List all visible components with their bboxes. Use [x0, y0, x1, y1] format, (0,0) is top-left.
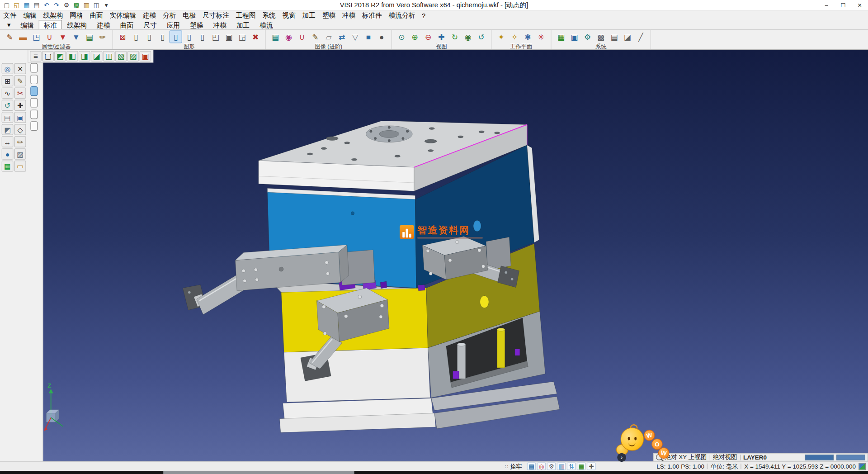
palette-status-icon[interactable]: ▦	[577, 462, 586, 470]
view-filter-4[interactable]	[30, 98, 38, 108]
workplane-view-icon[interactable]: ✳	[535, 30, 547, 43]
menu-edit[interactable]: 编辑	[20, 11, 40, 20]
bottom-view-icon[interactable]: ▨	[127, 51, 139, 61]
shaded-view-icon[interactable]: ▣	[140, 51, 151, 61]
funnel-icon[interactable]: ▽	[349, 30, 361, 43]
attr-table-icon[interactable]: ▤	[83, 30, 96, 43]
view-filter-2[interactable]	[30, 75, 38, 84]
view-filter-6[interactable]	[30, 121, 38, 131]
palette-icon[interactable]: ◉	[282, 30, 295, 43]
eye-icon[interactable]: ◉	[462, 30, 474, 43]
tab-modeling[interactable]: 建模	[92, 20, 115, 29]
menu-mesh[interactable]: 网格	[66, 11, 86, 20]
group-box-icon[interactable]: ◲	[236, 30, 249, 43]
maximize-button[interactable]: ☐	[835, 0, 852, 10]
pan-icon[interactable]: ✚	[435, 30, 448, 43]
workplane-3point-icon[interactable]: ✱	[521, 30, 534, 43]
solid-icon[interactable]: ▣	[14, 112, 26, 123]
tab-edit[interactable]: 编辑	[15, 20, 38, 29]
layer-manager-icon[interactable]: ▤	[608, 30, 620, 43]
color-chip-secondary[interactable]	[836, 455, 865, 460]
tab-moldflow[interactable]: 模流	[255, 20, 278, 29]
measure-icon[interactable]: ✚	[14, 100, 26, 110]
open-file-icon[interactable]: ◱	[12, 1, 21, 9]
layer-indicator[interactable]: LAYER0	[743, 454, 767, 460]
tab-surface[interactable]: 曲面	[115, 20, 138, 29]
menu-system[interactable]: 系统	[259, 11, 279, 20]
settings-icon[interactable]: ⚙	[62, 1, 71, 9]
monitor-icon[interactable]: ▣	[568, 30, 580, 43]
save-status-icon[interactable]: ▤	[527, 462, 536, 470]
tab-apply[interactable]: 应用	[162, 20, 185, 29]
menu-file[interactable]: 文件	[0, 11, 20, 20]
pencil-icon[interactable]: ✎	[309, 30, 321, 43]
rotate-view-icon[interactable]: ↻	[448, 30, 461, 43]
viewport-3d[interactable]: 智造资料网 Z	[43, 50, 868, 461]
curve-icon[interactable]: ∿	[2, 87, 14, 98]
mold-3d-model[interactable]	[43, 50, 868, 461]
note-icon[interactable]: ▥	[557, 462, 566, 470]
right-view-icon[interactable]: ◨	[79, 51, 90, 61]
minimize-button[interactable]: –	[818, 0, 835, 10]
qa-dropdown-icon[interactable]: ▾	[102, 1, 111, 9]
menu-wireframe[interactable]: 线架构	[40, 11, 66, 20]
mask-icon[interactable]: ◪	[621, 30, 634, 43]
layers-icon[interactable]: ▤	[2, 112, 14, 123]
system-gear-icon[interactable]: ⚙	[581, 30, 594, 43]
color-chip-primary[interactable]	[805, 455, 834, 460]
menu-window[interactable]: 视窗	[279, 11, 299, 20]
attr-magnet-icon[interactable]: ∪	[43, 30, 56, 43]
attr-stamp-icon[interactable]: ◳	[30, 30, 42, 43]
print-icon[interactable]: ▤	[32, 1, 41, 9]
sphere-icon[interactable]: ●	[375, 30, 388, 43]
close-button[interactable]: ✕	[851, 0, 868, 10]
menu-analysis[interactable]: 分析	[160, 11, 179, 20]
menu-standard-parts[interactable]: 标准件	[359, 11, 385, 20]
sort-icon[interactable]: ⇅	[567, 462, 576, 470]
point-icon[interactable]: ●	[2, 148, 14, 159]
menu-electrode[interactable]: 电极	[179, 11, 199, 20]
refresh-view-icon[interactable]: ↺	[475, 30, 488, 43]
layer-cylinder-4-icon[interactable]: ▯	[183, 30, 195, 43]
layer-cylinder-active-icon[interactable]: ▯	[170, 30, 182, 43]
render-icon[interactable]: ▦	[269, 30, 282, 43]
hatch-icon[interactable]: ▨	[14, 148, 26, 159]
attr-pencil-icon[interactable]: ✏	[96, 30, 109, 43]
layer-cylinder-5-icon[interactable]: ▯	[196, 30, 208, 43]
tab-mold[interactable]: 塑膜	[185, 20, 208, 29]
view-list-icon[interactable]: ≡	[30, 51, 42, 61]
axis-icon[interactable]: ✚	[587, 462, 596, 470]
menu-dimension[interactable]: 尺寸标注	[199, 11, 232, 20]
tray-icon[interactable]: ▭	[14, 161, 26, 171]
select-icon[interactable]: ◎	[2, 63, 14, 74]
tab-dropdown[interactable]: ▾	[2, 20, 15, 29]
back-view-icon[interactable]: ◪	[91, 51, 103, 61]
target-icon[interactable]: ◎	[537, 462, 546, 470]
view-label-indicator[interactable]: 绝对视图	[713, 453, 737, 461]
annotate-icon[interactable]: ✏	[14, 136, 26, 147]
workplane-icon[interactable]: ✦	[495, 30, 508, 43]
snap-grid-icon[interactable]: ▩	[594, 30, 607, 43]
delete-graphics-icon[interactable]: ✖	[249, 30, 262, 43]
menu-die[interactable]: 冲模	[339, 11, 359, 20]
new-file-icon[interactable]: ▢	[2, 1, 11, 9]
tab-machining[interactable]: 加工	[231, 20, 255, 29]
menu-help[interactable]: ?	[419, 12, 429, 19]
filter-down-blue-icon[interactable]: ▼	[70, 30, 82, 43]
grid-icon[interactable]: ▩	[72, 1, 81, 9]
view-filter-1[interactable]	[30, 63, 38, 73]
erase-graphics-icon[interactable]: ⊠	[116, 30, 129, 43]
workplane-align-icon[interactable]: ✧	[508, 30, 521, 43]
undo-icon[interactable]: ↶	[42, 1, 51, 9]
menu-modeling[interactable]: 建模	[140, 11, 160, 20]
ruler-icon[interactable]: ╱	[634, 30, 647, 43]
units-indicator[interactable]: 单位: 毫米	[710, 462, 738, 470]
box-cylinder-icon[interactable]: ◰	[209, 30, 222, 43]
axon-view-icon[interactable]: ◫	[103, 51, 115, 61]
layer-cylinder-1-icon[interactable]: ▯	[130, 30, 142, 43]
iso-view-icon[interactable]: ◩	[54, 51, 66, 61]
capsule-icon[interactable]: ▱	[322, 30, 335, 43]
taskbar-app-segment[interactable]	[163, 471, 354, 474]
rotate-icon[interactable]: ↺	[2, 100, 14, 110]
color-table-icon[interactable]: ▦	[555, 30, 567, 43]
